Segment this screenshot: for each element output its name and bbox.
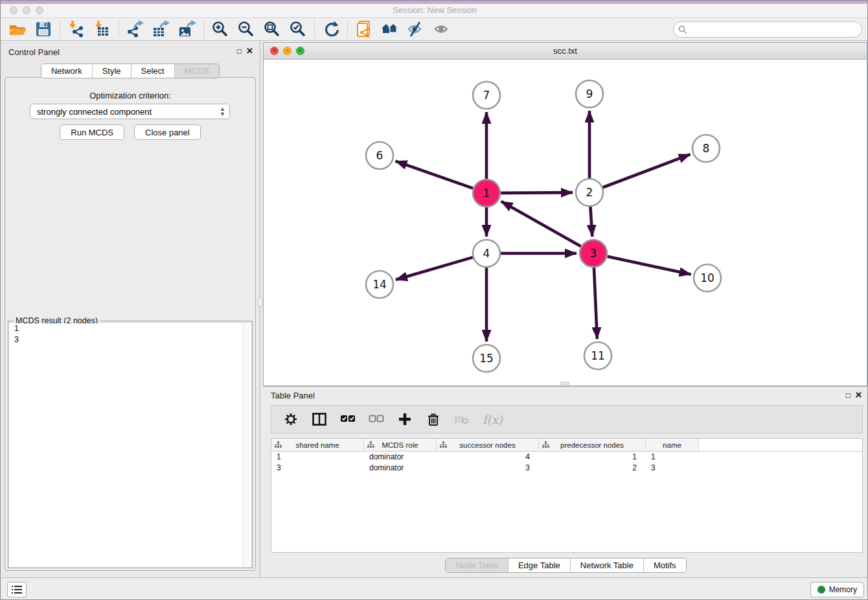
column-label: predecessor nodes [560, 441, 624, 449]
close-panel-icon[interactable]: ✕ [246, 46, 253, 56]
float-table-panel-icon[interactable]: □ [846, 391, 851, 400]
application-window: Session: New Session Control Panel □ ✕ N… [0, 0, 868, 600]
cell-predecessor-nodes[interactable]: 2 [539, 463, 646, 474]
table-tab-group: Node TableEdge TableNetwork TableMotifs [445, 558, 686, 573]
result-scrollbar[interactable] [243, 323, 251, 567]
apply-layout-button[interactable] [318, 19, 344, 40]
node-label: 8 [703, 142, 710, 155]
zoom-fit-button[interactable] [259, 19, 285, 40]
edge-1-2[interactable] [501, 192, 573, 193]
cell-shared-name[interactable]: 3 [271, 463, 364, 474]
cell-name[interactable]: 1 [646, 452, 699, 463]
import-network-button[interactable] [63, 19, 89, 40]
edge-3-1[interactable] [501, 202, 581, 246]
gear-button[interactable] [283, 410, 299, 429]
tab-network[interactable]: Network [41, 64, 93, 78]
select-all-checked-icon [340, 411, 356, 427]
search-input[interactable] [691, 23, 856, 36]
zoom-selected-button[interactable] [285, 19, 311, 40]
float-panel-icon[interactable]: □ [237, 47, 242, 56]
dropdown-value: strongly connected component [37, 107, 152, 117]
cell-MCDS-role[interactable]: dominator [364, 452, 437, 463]
node-1[interactable]: 1 [473, 179, 500, 207]
tab-select[interactable]: Select [131, 64, 175, 78]
column-label: successor nodes [459, 441, 515, 449]
delete-row-button[interactable] [426, 410, 441, 429]
canvas-resize-grip[interactable] [560, 382, 569, 385]
node-14[interactable]: 14 [366, 271, 393, 298]
close-panel-button[interactable]: Close panel [134, 124, 201, 140]
select-none-button[interactable] [369, 410, 384, 429]
zoom-in-button[interactable] [207, 19, 233, 40]
cell-successor-nodes[interactable]: 4 [437, 452, 539, 463]
node-8[interactable]: 8 [692, 135, 720, 162]
zoom-out-button[interactable] [233, 19, 259, 40]
node-7[interactable]: 7 [473, 82, 500, 109]
network-canvas[interactable]: 7968124314101511 [264, 60, 867, 386]
main-toolbar [1, 18, 868, 41]
column-label: MCDS role [382, 441, 418, 449]
export-image-button[interactable] [174, 19, 200, 40]
cell-name[interactable]: 3 [646, 463, 699, 474]
node-3[interactable]: 3 [580, 240, 607, 267]
open-session-button[interactable] [5, 19, 30, 40]
memory-button[interactable]: Memory [810, 582, 864, 597]
first-neighbors-button[interactable] [377, 19, 403, 40]
mcds-result-list[interactable]: 13 [9, 323, 251, 567]
search-box[interactable] [673, 21, 862, 38]
edge-3-10[interactable] [608, 257, 691, 275]
delete-table-button [454, 410, 470, 429]
column-header-MCDS-role[interactable]: MCDS role [364, 439, 437, 451]
export-network-button[interactable] [122, 19, 148, 40]
node-2[interactable]: 2 [576, 179, 603, 206]
column-header-shared-name[interactable]: shared name [271, 439, 364, 451]
new-network-button[interactable] [351, 19, 377, 40]
edge-1-6[interactable] [396, 161, 474, 189]
table-tab-motifs[interactable]: Motifs [644, 559, 686, 572]
close-table-panel-icon[interactable]: ✕ [855, 390, 862, 400]
network-window-titlebar[interactable]: ✕ – + scc.txt [264, 43, 867, 60]
cell-predecessor-nodes[interactable]: 1 [539, 452, 646, 463]
delete-row-icon [426, 411, 441, 427]
columns-button[interactable] [312, 410, 327, 429]
save-session-button[interactable] [30, 19, 56, 40]
task-history-button[interactable] [7, 582, 27, 597]
network-graph[interactable]: 7968124314101511 [264, 60, 867, 386]
edge-3-11[interactable] [594, 268, 597, 339]
show-all-button[interactable] [429, 19, 455, 40]
import-table-button[interactable] [89, 19, 115, 40]
node-11[interactable]: 11 [584, 342, 611, 369]
table-row[interactable]: 1dominator411 [271, 452, 862, 463]
optimization-criterion-dropdown[interactable]: strongly connected component ▲▼ [30, 104, 230, 119]
mcds-result-item[interactable]: 1 [9, 323, 251, 334]
edge-4-14[interactable] [396, 257, 473, 280]
tab-mcds[interactable]: MCDS [175, 64, 219, 78]
table-row[interactable]: 3dominator323 [271, 463, 862, 474]
cell-MCDS-role[interactable]: dominator [364, 463, 437, 474]
hide-selected-button[interactable] [403, 19, 429, 40]
mcds-result-item[interactable]: 3 [9, 334, 251, 345]
table-tab-node-table[interactable]: Node Table [446, 559, 508, 572]
table-tab-edge-table[interactable]: Edge Table [508, 559, 571, 572]
panel-divider-grip[interactable] [258, 297, 262, 306]
run-mcds-button[interactable]: Run MCDS [60, 124, 124, 140]
tab-style[interactable]: Style [93, 64, 131, 78]
node-9[interactable]: 9 [576, 80, 603, 108]
edge-2-8[interactable] [603, 154, 691, 187]
cell-shared-name[interactable]: 1 [271, 452, 364, 463]
column-tree-icon [367, 441, 374, 448]
column-header-name[interactable]: name [646, 439, 699, 451]
add-row-button[interactable] [397, 410, 413, 429]
node-4[interactable]: 4 [473, 240, 500, 267]
node-10[interactable]: 10 [694, 264, 721, 292]
node-15[interactable]: 15 [473, 345, 500, 372]
column-header-successor-nodes[interactable]: successor nodes [437, 439, 539, 451]
select-all-checked-button[interactable] [340, 410, 356, 429]
table-tab-network-table[interactable]: Network Table [571, 559, 644, 572]
node-6[interactable]: 6 [366, 142, 393, 169]
edge-2-3[interactable] [590, 207, 592, 237]
column-header-predecessor-nodes[interactable]: predecessor nodes [539, 439, 646, 451]
status-bar: Memory [1, 577, 868, 600]
export-table-button[interactable] [148, 19, 174, 40]
cell-successor-nodes[interactable]: 3 [437, 463, 539, 474]
